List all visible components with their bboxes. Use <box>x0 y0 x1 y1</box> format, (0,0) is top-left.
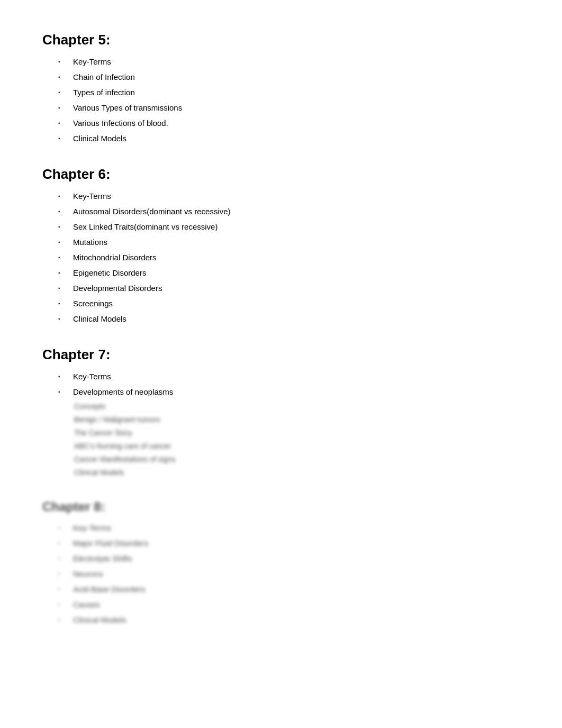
list-item: ▪ Types of infection <box>58 86 520 99</box>
list-item: ▪ Key-Terms <box>58 56 520 68</box>
sub-item-label: ABC's Nursing care of cancer <box>74 441 171 452</box>
sub-list-item: Benign / Malignant tumors <box>74 414 520 425</box>
sub-item-label: Benign / Malignant tumors <box>74 414 160 425</box>
item-label: Autosomal Disorders(dominant vs recessiv… <box>73 205 231 218</box>
list-item: ▪ Screenings <box>58 297 520 310</box>
list-item: ▪ Mitochondrial Disorders <box>58 251 520 264</box>
bullet-icon: ▪ <box>58 132 68 143</box>
sub-list-item: ABC's Nursing care of cancer <box>74 441 520 452</box>
item-label: Key-Terms <box>73 190 111 203</box>
chapter8-list: ▪ Key-Terms ▪ Major Fluid Disorders ▪ El… <box>42 522 520 626</box>
item-label: Key-Terms <box>73 522 111 534</box>
chapter7-section: Chapter 7: ▪ Key-Terms ▪ Developments of… <box>42 347 520 478</box>
bullet-icon: ▪ <box>58 56 68 66</box>
sub-item-label: Cancer Manifestations of signs <box>74 454 175 465</box>
list-item: ▪ Various Types of transmissions <box>58 102 520 114</box>
item-label: Key-Terms <box>73 56 111 68</box>
list-item: ▪ Developments of neoplasms <box>58 386 520 398</box>
bullet-icon: ▪ <box>58 221 68 231</box>
bullet-icon: ▪ <box>58 282 68 293</box>
bullet-icon: ▪ <box>58 583 68 594</box>
list-item: ▪ Various Infections of blood. <box>58 117 520 130</box>
list-item: ▪ Clinical Models <box>58 614 520 626</box>
chapter5-section: Chapter 5: ▪ Key-Terms ▪ Chain of Infect… <box>42 32 520 145</box>
chapter8-section: Chapter 8: ▪ Key-Terms ▪ Major Fluid Dis… <box>42 499 520 626</box>
item-label: Mitochondrial Disorders <box>73 251 157 264</box>
chapter6-list: ▪ Key-Terms ▪ Autosomal Disorders(domina… <box>42 190 520 325</box>
list-item: ▪ Causes <box>58 598 520 611</box>
item-label: Epigenetic Disorders <box>73 267 146 279</box>
item-label: Key-Terms <box>73 370 111 383</box>
bullet-icon: ▪ <box>58 313 68 323</box>
item-label: Developments of neoplasms <box>73 386 173 398</box>
sub-list-item: Concepts <box>74 401 520 412</box>
chapter8-title: Chapter 8: <box>42 499 520 514</box>
item-label: Electrolyte Shifts <box>73 552 132 565</box>
bullet-icon: ▪ <box>58 205 68 216</box>
list-item: ▪ Acid-Base Disorders <box>58 583 520 596</box>
item-label: Acid-Base Disorders <box>73 583 146 596</box>
chapter6-section: Chapter 6: ▪ Key-Terms ▪ Autosomal Disor… <box>42 166 520 325</box>
chapter6-title: Chapter 6: <box>42 166 520 183</box>
list-item: ▪ Major Fluid Disorders <box>58 537 520 550</box>
list-item: ▪ Epigenetic Disorders <box>58 267 520 279</box>
sub-list-item: The Cancer Story <box>74 427 520 439</box>
list-item: ▪ Neurons <box>58 568 520 580</box>
bullet-icon: ▪ <box>58 297 68 308</box>
bullet-icon: ▪ <box>58 86 68 97</box>
bullet-icon: ▪ <box>58 190 68 201</box>
chapter5-title: Chapter 5: <box>42 32 520 48</box>
item-label: Clinical Models <box>73 132 126 145</box>
bullet-icon: ▪ <box>58 71 68 81</box>
item-label: Major Fluid Disorders <box>73 537 149 550</box>
bullet-icon: ▪ <box>58 614 68 624</box>
bullet-icon: ▪ <box>58 598 68 609</box>
list-item: ▪ Mutations <box>58 236 520 249</box>
sub-item-label: The Cancer Story <box>74 427 132 439</box>
item-label: Types of infection <box>73 86 135 99</box>
sub-list-item: Clinical Models <box>74 467 520 478</box>
chapter7-sublist: Concepts Benign / Malignant tumors The C… <box>42 401 520 478</box>
list-item: ▪ Autosomal Disorders(dominant vs recess… <box>58 205 520 218</box>
list-item: ▪ Key-Terms <box>58 522 520 534</box>
list-item: ▪ Sex Linked Traits(dominant vs recessiv… <box>58 221 520 233</box>
sub-item-label: Clinical Models <box>74 467 124 478</box>
item-label: Mutations <box>73 236 107 249</box>
item-label: Screenings <box>73 297 113 310</box>
chapter7-title: Chapter 7: <box>42 347 520 363</box>
bullet-icon: ▪ <box>58 251 68 262</box>
bullet-icon: ▪ <box>58 117 68 128</box>
item-label: Sex Linked Traits(dominant vs recessive) <box>73 221 217 233</box>
bullet-icon: ▪ <box>58 386 68 396</box>
bullet-icon: ▪ <box>58 102 68 112</box>
item-label: Chain of Infection <box>73 71 135 84</box>
list-item: ▪ Developmental Disorders <box>58 282 520 295</box>
bullet-icon: ▪ <box>58 236 68 247</box>
item-label: Neurons <box>73 568 103 580</box>
bullet-icon: ▪ <box>58 370 68 381</box>
list-item: ▪ Clinical Models <box>58 132 520 145</box>
item-label: Clinical Models <box>73 313 126 325</box>
bullet-icon: ▪ <box>58 522 68 532</box>
item-label: Developmental Disorders <box>73 282 162 295</box>
sub-item-label: Concepts <box>74 401 105 412</box>
item-label: Various Infections of blood. <box>73 117 168 130</box>
bullet-icon: ▪ <box>58 537 68 548</box>
chapter7-list: ▪ Key-Terms ▪ Developments of neoplasms <box>42 370 520 398</box>
chapter5-list: ▪ Key-Terms ▪ Chain of Infection ▪ Types… <box>42 56 520 145</box>
bullet-icon: ▪ <box>58 568 68 578</box>
item-label: Various Types of transmissions <box>73 102 182 114</box>
item-label: Causes <box>73 598 100 611</box>
bullet-icon: ▪ <box>58 267 68 277</box>
item-label: Clinical Models <box>73 614 126 626</box>
list-item: ▪ Key-Terms <box>58 190 520 203</box>
list-item: ▪ Key-Terms <box>58 370 520 383</box>
bullet-icon: ▪ <box>58 552 68 563</box>
sub-list-item: Cancer Manifestations of signs <box>74 454 520 465</box>
list-item: ▪ Chain of Infection <box>58 71 520 84</box>
list-item: ▪ Clinical Models <box>58 313 520 325</box>
list-item: ▪ Electrolyte Shifts <box>58 552 520 565</box>
